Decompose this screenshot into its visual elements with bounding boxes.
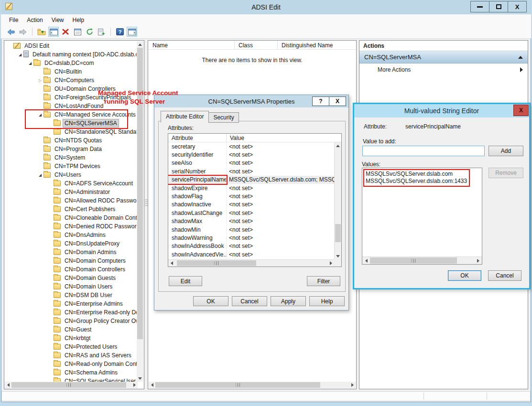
tree-item[interactable]: CN=Program Data bbox=[5, 145, 137, 153]
servicePrincipalName[interactable]: servicePrincipalName MSSQLSvc/SQLServer.… bbox=[168, 176, 334, 184]
menu-item[interactable]: File bbox=[5, 15, 22, 25]
tree-item[interactable]: CN=DnsUpdateProxy bbox=[5, 239, 137, 248]
help-icon[interactable] bbox=[115, 27, 125, 37]
list-horizontal-scrollbar[interactable] bbox=[149, 382, 356, 388]
filter-button[interactable]: Filter bbox=[307, 276, 340, 286]
tree-item[interactable]: CN=Read-only Domain Controller bbox=[5, 360, 137, 368]
scroll-left-icon[interactable] bbox=[362, 257, 370, 264]
refresh-icon[interactable] bbox=[84, 27, 95, 37]
shadowMin[interactable]: shadowMin <not set> bbox=[168, 225, 334, 234]
scroll-down-icon[interactable] bbox=[137, 375, 143, 382]
tree-item[interactable]: CN=Computers bbox=[5, 76, 137, 85]
mvse-titlebar[interactable]: Multi-valued String Editor bbox=[354, 104, 529, 118]
cancel-button[interactable]: Cancel bbox=[232, 296, 267, 306]
expander-icon[interactable] bbox=[37, 173, 43, 177]
shadowLastChange[interactable]: shadowLastChange <not set> bbox=[168, 209, 334, 217]
scrollbar-thumb[interactable] bbox=[335, 224, 341, 242]
tree-item[interactable]: CN=Guest bbox=[5, 325, 137, 334]
tree-item[interactable]: CN=NTDS Quotas bbox=[5, 136, 137, 145]
mvse-cancel-button[interactable]: Cancel bbox=[488, 270, 521, 281]
more-actions-item[interactable]: More Actions bbox=[359, 64, 528, 75]
dialog-help-button[interactable] bbox=[312, 96, 329, 106]
menu-item[interactable]: Action bbox=[22, 15, 47, 25]
values-horizontal-scrollbar[interactable] bbox=[362, 256, 482, 264]
tab-security[interactable]: Security bbox=[208, 112, 239, 123]
delete-icon[interactable] bbox=[60, 27, 71, 37]
value-column-header[interactable]: Value bbox=[227, 134, 341, 142]
tree-item[interactable]: CN=Schema Admins bbox=[5, 368, 137, 377]
serialNumber[interactable]: serialNumber <not set> bbox=[168, 167, 334, 175]
tree-item[interactable]: CN=System bbox=[5, 153, 137, 162]
scroll-up-icon[interactable] bbox=[137, 41, 143, 48]
tree-item[interactable]: CN=DSM DB User bbox=[5, 291, 137, 299]
value-item[interactable]: MSSQLSvc/SQLServer.dslab.com bbox=[366, 171, 467, 178]
close-button[interactable] bbox=[508, 1, 527, 12]
scroll-right-icon[interactable] bbox=[327, 260, 334, 267]
tree-item[interactable]: CN=Enterprise Read-only Domain bbox=[5, 308, 137, 317]
securityIdentifier[interactable]: securityIdentifier <not set> bbox=[168, 150, 334, 159]
minimize-button[interactable] bbox=[470, 1, 489, 12]
scrollbar-thumb[interactable] bbox=[177, 260, 256, 266]
expander-icon[interactable] bbox=[37, 78, 43, 83]
tree-item[interactable]: CN=Enterprise Admins bbox=[5, 299, 137, 308]
dialog-close-button[interactable] bbox=[329, 96, 346, 106]
tree-item[interactable]: DC=dslab,DC=com bbox=[5, 59, 137, 67]
tree-item[interactable]: CN=ADFS ServiceAccount bbox=[5, 179, 137, 188]
attribute-list-horizontal-scrollbar[interactable] bbox=[168, 259, 334, 267]
tree-item[interactable]: CN=Administrator bbox=[5, 188, 137, 196]
shadowWarning[interactable]: shadowWarning <not set> bbox=[168, 234, 334, 242]
ok-button[interactable]: OK bbox=[193, 296, 228, 306]
maximize-button[interactable] bbox=[489, 1, 508, 12]
tree-item[interactable]: CN=Domain Computers bbox=[5, 256, 137, 265]
tree-item[interactable]: CN=Allowed RODC Password Rep bbox=[5, 196, 137, 205]
column-header[interactable]: Name bbox=[149, 41, 235, 49]
back-icon[interactable] bbox=[6, 27, 16, 37]
scroll-left-icon[interactable] bbox=[5, 382, 11, 388]
scroll-left-icon[interactable] bbox=[168, 260, 175, 267]
tree-item[interactable]: CN=Domain Controllers bbox=[5, 265, 137, 274]
seeAlso[interactable]: seeAlso <not set> bbox=[168, 159, 334, 167]
tree-item[interactable]: CN=RAS and IAS Servers bbox=[5, 351, 137, 360]
scroll-right-icon[interactable] bbox=[474, 257, 482, 264]
mvse-ok-button[interactable]: OK bbox=[448, 270, 481, 281]
collapse-icon[interactable] bbox=[518, 56, 523, 59]
values-list[interactable]: MSSQLSvc/SQLServer.dslab.com MSSQLSvc/SQ… bbox=[362, 168, 482, 265]
showInAdvancedVie...[interactable]: showInAdvancedVie... <not set> bbox=[168, 250, 334, 258]
value-item[interactable]: MSSQLSvc/SQLServer.dslab.com:1433 bbox=[366, 178, 467, 185]
tree-item[interactable]: CN=Domain Guests bbox=[5, 274, 137, 282]
tree-item[interactable]: ADSI Edit bbox=[5, 42, 137, 50]
expander-icon[interactable] bbox=[27, 61, 33, 65]
scrollbar-thumb[interactable] bbox=[11, 382, 126, 388]
attribute-column-header[interactable]: Attribute bbox=[168, 134, 227, 142]
edit-button[interactable]: Edit bbox=[169, 276, 202, 286]
help-button[interactable]: Help bbox=[309, 296, 345, 306]
expander-icon[interactable] bbox=[17, 53, 23, 57]
actions-group-header[interactable]: CN=SQLServerMSA bbox=[359, 51, 528, 64]
tree-item[interactable]: CN=Builtin bbox=[5, 67, 137, 76]
scrollbar-thumb[interactable] bbox=[370, 257, 457, 264]
tree-item[interactable]: Default naming context [DIO-ADC.dslab.co… bbox=[5, 50, 137, 59]
tree-item[interactable]: CN=Domain Users bbox=[5, 282, 137, 291]
add-button[interactable]: Add bbox=[489, 146, 523, 156]
scroll-right-icon[interactable] bbox=[349, 382, 356, 388]
show-action-pane-icon[interactable] bbox=[127, 27, 137, 37]
menu-item[interactable]: View bbox=[47, 15, 68, 25]
scroll-up-icon[interactable] bbox=[335, 142, 341, 149]
tree-item[interactable]: CN=Denied RODC Password Repli bbox=[5, 222, 137, 231]
title-bar[interactable]: ADSI Edit bbox=[1, 0, 531, 14]
attribute-list-vertical-scrollbar[interactable] bbox=[334, 142, 341, 259]
shadowExpire[interactable]: shadowExpire <not set> bbox=[168, 184, 334, 192]
shadowFlag[interactable]: shadowFlag <not set> bbox=[168, 192, 334, 200]
tree-item[interactable]: CN=TPM Devices bbox=[5, 162, 137, 171]
menu-item[interactable]: Help bbox=[68, 15, 89, 25]
scrollbar-thumb[interactable] bbox=[155, 382, 320, 388]
forward-icon[interactable] bbox=[18, 27, 28, 37]
shadowMax[interactable]: shadowMax <not set> bbox=[168, 217, 334, 225]
scroll-left-icon[interactable] bbox=[149, 382, 155, 388]
apply-button[interactable]: Apply bbox=[271, 296, 306, 306]
tab-attribute-editor[interactable]: Attribute Editor bbox=[161, 111, 209, 123]
scroll-down-icon[interactable] bbox=[335, 253, 341, 259]
tree-item[interactable]: CN=SQLServerServiceUser bbox=[5, 377, 137, 382]
tree-item[interactable]: CN=Users bbox=[5, 171, 137, 179]
tree-item[interactable]: CN=Protected Users bbox=[5, 342, 137, 351]
